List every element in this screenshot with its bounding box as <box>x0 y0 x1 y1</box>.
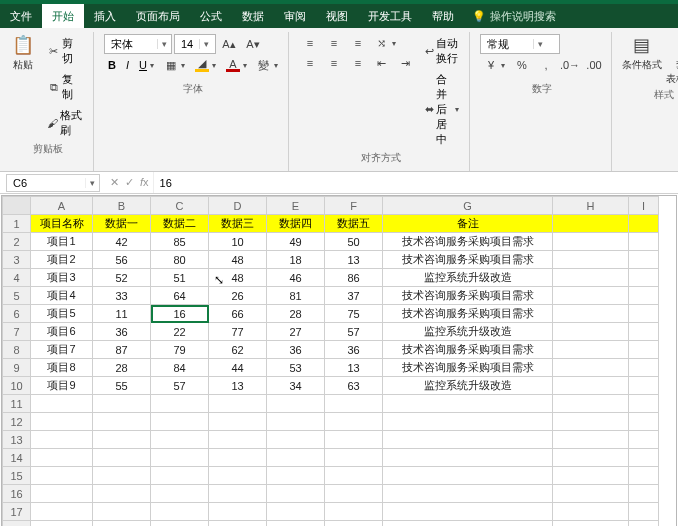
cell[interactable]: 77 <box>209 323 267 341</box>
indent-dec-button[interactable]: ⇤ <box>371 54 393 72</box>
cell[interactable]: 监控系统升级改造 <box>383 377 553 395</box>
cell[interactable] <box>267 467 325 485</box>
col-header-A[interactable]: A <box>31 197 93 215</box>
cell[interactable]: 项目2 <box>31 251 93 269</box>
cell[interactable]: 技术咨询服务采购项目需求 <box>383 359 553 377</box>
cell[interactable] <box>93 485 151 503</box>
number-format-combo[interactable]: 常规▾ <box>480 34 560 54</box>
cell[interactable]: 项目9 <box>31 377 93 395</box>
col-header-D[interactable]: D <box>209 197 267 215</box>
cell[interactable] <box>31 431 93 449</box>
cell[interactable] <box>209 413 267 431</box>
cell[interactable] <box>629 431 659 449</box>
menu-审阅[interactable]: 审阅 <box>274 4 316 28</box>
cell[interactable]: 85 <box>151 233 209 251</box>
cell[interactable] <box>267 395 325 413</box>
cell[interactable] <box>151 449 209 467</box>
enter-icon[interactable]: ✓ <box>125 176 134 189</box>
cell[interactable]: 87 <box>93 341 151 359</box>
cell[interactable] <box>31 485 93 503</box>
tell-me-hint[interactable]: 💡 操作说明搜索 <box>464 4 556 28</box>
row-header[interactable]: 6 <box>3 305 31 323</box>
cell[interactable]: 项目3 <box>31 269 93 287</box>
cell[interactable] <box>629 215 659 233</box>
cell[interactable]: 备注 <box>383 215 553 233</box>
cell[interactable] <box>629 395 659 413</box>
orientation-button[interactable]: ⤭▾ <box>371 34 400 52</box>
paste-button[interactable]: 📋 粘贴 <box>8 34 39 72</box>
cell[interactable]: 34 <box>267 377 325 395</box>
cell[interactable]: 81 <box>267 287 325 305</box>
sheet-area[interactable]: ABCDEFGHI 1项目名称数据一数据二数据三数据四数据五备注2项目14285… <box>1 195 677 526</box>
select-all-corner[interactable] <box>3 197 31 215</box>
align-top-button[interactable]: ≡ <box>299 34 321 52</box>
row-header[interactable]: 16 <box>3 485 31 503</box>
cell[interactable] <box>93 467 151 485</box>
cell[interactable] <box>325 395 383 413</box>
cell[interactable] <box>383 467 553 485</box>
cell[interactable]: 56 <box>93 251 151 269</box>
cell[interactable] <box>267 449 325 467</box>
cell[interactable]: 62 <box>209 341 267 359</box>
col-header-C[interactable]: C <box>151 197 209 215</box>
row-header[interactable]: 18 <box>3 521 31 527</box>
cell[interactable] <box>31 395 93 413</box>
menu-开发工具[interactable]: 开发工具 <box>358 4 422 28</box>
cell[interactable]: 11 <box>93 305 151 323</box>
cell[interactable] <box>267 521 325 527</box>
row-header[interactable]: 3 <box>3 251 31 269</box>
cell[interactable]: 64 <box>151 287 209 305</box>
row-header[interactable]: 10 <box>3 377 31 395</box>
menu-数据[interactable]: 数据 <box>232 4 274 28</box>
align-bottom-button[interactable]: ≡ <box>347 34 369 52</box>
cell[interactable]: 项目5 <box>31 305 93 323</box>
menu-帮助[interactable]: 帮助 <box>422 4 464 28</box>
row-header[interactable]: 2 <box>3 233 31 251</box>
cell[interactable] <box>93 431 151 449</box>
cell[interactable] <box>629 503 659 521</box>
cell[interactable] <box>209 485 267 503</box>
cell[interactable] <box>553 413 629 431</box>
cell[interactable]: 46 <box>267 269 325 287</box>
cell[interactable]: 66 <box>209 305 267 323</box>
cell[interactable] <box>151 395 209 413</box>
cell[interactable]: 33 <box>93 287 151 305</box>
row-header[interactable]: 11 <box>3 395 31 413</box>
menu-开始[interactable]: 开始 <box>42 4 84 28</box>
align-left-button[interactable]: ≡ <box>299 54 321 72</box>
copy-button[interactable]: ⧉复制 <box>43 70 87 104</box>
font-size-combo[interactable]: 14▾ <box>174 34 216 54</box>
font-name-combo[interactable]: 宋体▾ <box>104 34 172 54</box>
cell[interactable] <box>93 521 151 527</box>
row-header[interactable]: 9 <box>3 359 31 377</box>
cell[interactable] <box>553 251 629 269</box>
cut-button[interactable]: ✂剪切 <box>43 34 87 68</box>
cell[interactable] <box>629 485 659 503</box>
row-header[interactable]: 1 <box>3 215 31 233</box>
cell[interactable]: 27 <box>267 323 325 341</box>
col-header-H[interactable]: H <box>553 197 629 215</box>
cell[interactable]: 51 <box>151 269 209 287</box>
cell[interactable]: 数据五 <box>325 215 383 233</box>
cell[interactable] <box>553 503 629 521</box>
cell[interactable] <box>553 269 629 287</box>
align-center-button[interactable]: ≡ <box>323 54 345 72</box>
cell[interactable]: 48 <box>209 251 267 269</box>
phonetic-button[interactable]: 變▾ <box>253 56 282 74</box>
cell[interactable] <box>31 503 93 521</box>
cell[interactable]: 18 <box>267 251 325 269</box>
col-header-E[interactable]: E <box>267 197 325 215</box>
cell[interactable] <box>209 431 267 449</box>
cell[interactable] <box>325 467 383 485</box>
table-format-button[interactable]: ▦ 套用 表格格式 <box>666 34 678 86</box>
cell[interactable]: 52 <box>93 269 151 287</box>
comma-button[interactable]: , <box>535 56 557 74</box>
cell[interactable] <box>267 431 325 449</box>
cell[interactable]: 26 <box>209 287 267 305</box>
cell[interactable]: 13 <box>325 359 383 377</box>
cell[interactable]: 42 <box>93 233 151 251</box>
cell[interactable] <box>553 287 629 305</box>
cell[interactable] <box>93 503 151 521</box>
cell[interactable] <box>151 413 209 431</box>
cell[interactable] <box>31 449 93 467</box>
